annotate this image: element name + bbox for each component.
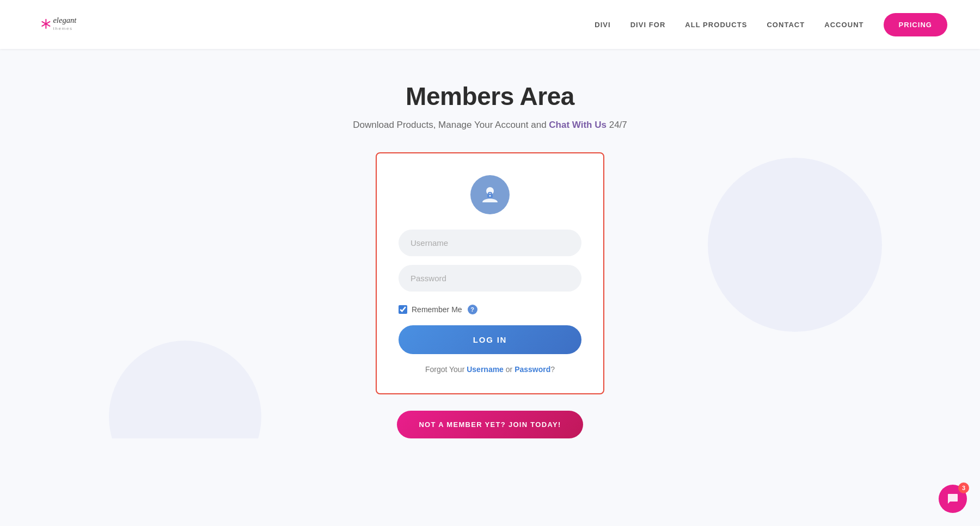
- chat-icon: [946, 492, 959, 505]
- main-nav: DIVI DIVI FOR ALL PRODUCTS CONTACT ACCOU…: [595, 13, 947, 36]
- subtitle-text: Download Products, Manage Your Account a…: [353, 120, 549, 130]
- remember-me-row: Remember Me ?: [399, 305, 581, 314]
- remember-label: Remember Me: [412, 305, 462, 314]
- main-content: Members Area Download Products, Manage Y…: [0, 49, 980, 438]
- avatar-container: [399, 175, 581, 214]
- username-input[interactable]: [399, 230, 581, 256]
- avatar: [470, 175, 510, 214]
- nav-all-products[interactable]: ALL PRODUCTS: [685, 21, 747, 29]
- bg-blob-right: [708, 158, 882, 332]
- forgot-password-link[interactable]: Password: [514, 365, 550, 374]
- forgot-username-link[interactable]: Username: [467, 365, 504, 374]
- svg-point-5: [486, 187, 494, 195]
- svg-text:elegant: elegant: [53, 16, 77, 24]
- forgot-prefix: Forgot Your: [425, 365, 467, 374]
- bg-blob-bottom-left: [109, 341, 261, 438]
- nav-contact[interactable]: CONTACT: [767, 21, 805, 29]
- remember-checkbox[interactable]: [399, 305, 407, 314]
- nav-account[interactable]: ACCOUNT: [824, 21, 863, 29]
- subtitle-suffix: 24/7: [607, 120, 627, 130]
- join-button[interactable]: NOT A MEMBER YET? JOIN TODAY!: [397, 411, 583, 438]
- subtitle: Download Products, Manage Your Account a…: [353, 120, 627, 131]
- password-input[interactable]: [399, 265, 581, 292]
- user-lock-icon: [479, 184, 501, 206]
- nav-divi-for[interactable]: DIVI FOR: [630, 21, 666, 29]
- svg-point-7: [489, 195, 491, 197]
- login-card: Remember Me ? LOG IN Forgot Your Usernam…: [376, 152, 604, 394]
- login-button[interactable]: LOG IN: [399, 325, 581, 354]
- forgot-row: Forgot Your Username or Password?: [399, 365, 581, 374]
- forgot-or: or: [504, 365, 514, 374]
- chat-badge: 3: [958, 482, 969, 493]
- page-title: Members Area: [406, 82, 574, 111]
- svg-text:themes: themes: [53, 26, 72, 31]
- site-header: elegant themes DIVI DIVI FOR ALL PRODUCT…: [0, 0, 980, 49]
- chat-bubble[interactable]: 3: [939, 485, 967, 513]
- chat-link[interactable]: Chat With Us: [549, 120, 607, 130]
- nav-divi[interactable]: DIVI: [595, 21, 610, 29]
- logo[interactable]: elegant themes: [33, 10, 103, 40]
- help-icon[interactable]: ?: [468, 305, 477, 314]
- forgot-suffix: ?: [550, 365, 555, 374]
- pricing-button[interactable]: PRICING: [884, 13, 947, 36]
